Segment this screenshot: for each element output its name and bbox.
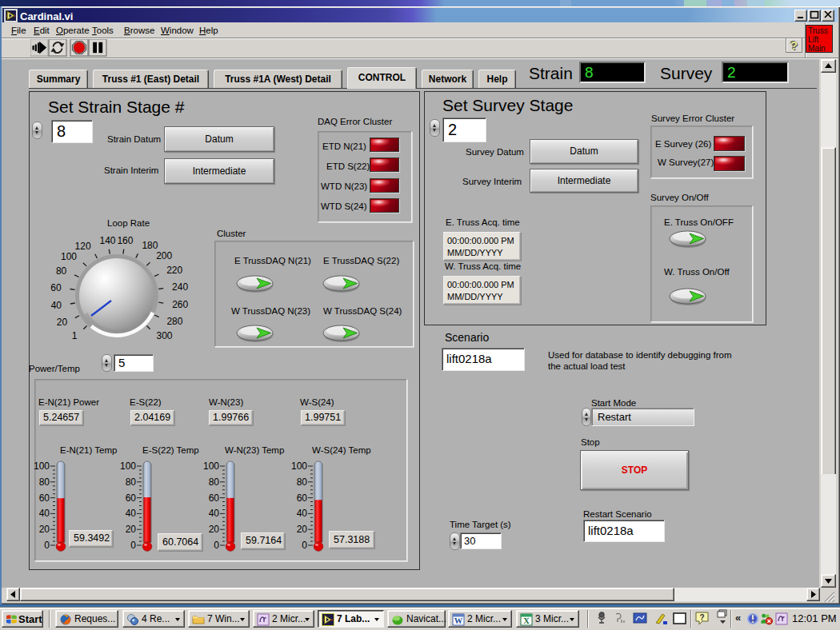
svg-text:120: 120: [75, 241, 91, 252]
svg-text:80: 80: [297, 476, 308, 488]
svg-text:40: 40: [297, 508, 308, 519]
svg-text:100: 100: [61, 251, 77, 262]
svg-text:0: 0: [214, 540, 219, 551]
svg-text:60: 60: [39, 492, 50, 504]
svg-text:20: 20: [209, 524, 220, 535]
svg-text:100: 100: [291, 461, 307, 472]
svg-text:40: 40: [209, 508, 220, 519]
svg-text:60: 60: [297, 492, 308, 504]
svg-text:100: 100: [34, 461, 50, 472]
svg-text:80: 80: [39, 476, 50, 488]
svg-text:40: 40: [39, 508, 50, 519]
svg-text:300: 300: [157, 330, 173, 341]
svg-text:60: 60: [209, 492, 220, 504]
svg-text:1: 1: [72, 330, 78, 341]
svg-text:80: 80: [126, 476, 137, 488]
svg-text:0: 0: [302, 540, 307, 551]
svg-text:200: 200: [156, 250, 172, 261]
svg-text:0: 0: [44, 540, 50, 551]
svg-text:100: 100: [120, 461, 136, 472]
svg-text:160: 160: [117, 235, 133, 246]
svg-text:80: 80: [209, 476, 220, 488]
svg-text:X: X: [523, 616, 530, 625]
svg-text:0: 0: [130, 540, 136, 551]
svg-text:280: 280: [166, 316, 182, 327]
svg-text:60: 60: [126, 492, 137, 504]
svg-text:240: 240: [172, 281, 188, 293]
svg-text:80: 80: [56, 265, 67, 277]
svg-text:220: 220: [166, 265, 182, 276]
svg-text:40: 40: [126, 508, 137, 519]
svg-text:140: 140: [99, 235, 115, 246]
svg-text:W: W: [454, 616, 463, 625]
svg-text:60: 60: [50, 282, 62, 293]
svg-text:100: 100: [203, 461, 219, 472]
svg-text:20: 20: [297, 524, 308, 535]
svg-text:?: ?: [699, 613, 704, 622]
svg-text:20: 20: [57, 317, 68, 328]
svg-text:20: 20: [126, 524, 137, 535]
svg-text:20: 20: [39, 524, 50, 535]
svg-text:40: 40: [51, 300, 62, 311]
svg-text:260: 260: [172, 299, 188, 310]
